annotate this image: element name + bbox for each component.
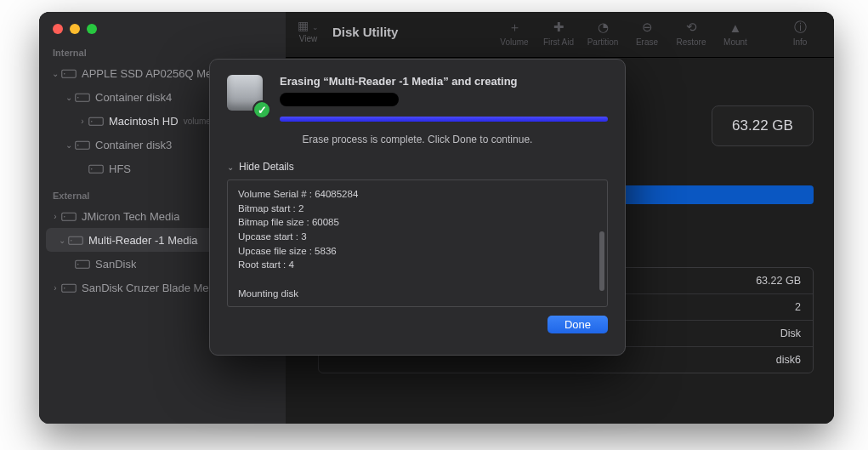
disk-icon [75, 139, 90, 151]
disk-icon [75, 91, 90, 103]
svg-point-5 [91, 121, 93, 122]
view-label: View [299, 34, 318, 43]
zoom-window-button[interactable] [87, 24, 97, 34]
info-value: 63.22 GB [756, 275, 801, 287]
toolbar-button-label: Restore [676, 37, 706, 47]
traffic-lights [39, 20, 286, 46]
drive-icon: ✓ [227, 75, 268, 116]
scrollbar-thumb[interactable] [599, 231, 604, 291]
log-line: Bitmap file size : 60085 [238, 215, 597, 230]
toolbar-erase-button[interactable]: ⊖Erase [625, 19, 669, 47]
toolbar-button-label: Info [793, 37, 808, 47]
chevron-down-icon: ⌄ [63, 93, 75, 102]
sidebar-item-label: HFS [109, 162, 131, 175]
modal-title: Erasing “Multi-Reader -1 Media” and crea… [280, 75, 608, 88]
chevron-down-icon: ⌄ [56, 236, 68, 245]
volume-icon: ＋ [508, 19, 521, 36]
redacted-subtitle [280, 93, 399, 106]
log-line: Volume Serial # : 64085284 [238, 187, 597, 202]
chevron-down-icon: ⌄ [227, 162, 234, 172]
details-log: Volume Serial # : 64085284Bitmap start :… [227, 179, 608, 307]
svg-point-13 [71, 240, 72, 242]
toolbar-info-button[interactable]: ⓘInfo [778, 19, 822, 47]
disk-icon [68, 234, 83, 246]
chevron-right-icon: › [49, 212, 61, 221]
sidebar-item-label: Multi-Reader -1 Media [88, 234, 198, 247]
log-line: Upcase start : 3 [238, 230, 597, 244]
progress-bar [280, 117, 608, 122]
restore-icon: ⟲ [686, 19, 697, 36]
sidebar-item-label: SanDisk Cruzer Blade Media [82, 282, 224, 294]
disk-icon [75, 258, 90, 270]
disk-icon [88, 162, 104, 174]
sidebar-item-label: SanDisk [95, 258, 136, 271]
firstaid-icon: ✚ [553, 19, 564, 36]
chevron-down-icon: ⌄ [49, 69, 61, 78]
success-checkmark-icon: ✓ [252, 100, 271, 119]
info-value: Disk [780, 328, 801, 339]
erase-icon: ⊖ [642, 19, 653, 36]
partition-icon: ◔ [598, 19, 609, 36]
info-value: 2 [795, 301, 801, 313]
log-line: Upcase file size : 5836 [238, 244, 597, 259]
sidebar-item-label: Container disk3 [95, 139, 172, 151]
capacity-box: 63.22 GB [712, 105, 814, 146]
chevron-right-icon: › [77, 117, 88, 126]
sidebar-item-label: Macintosh HD [109, 115, 179, 128]
svg-point-7 [77, 145, 79, 146]
done-button[interactable]: Done [547, 316, 608, 333]
disk-icon [61, 67, 77, 79]
toolbar-button-label: Partition [587, 37, 619, 47]
sidebar-item-label: JMicron Tech Media [82, 210, 179, 223]
svg-point-15 [77, 264, 79, 265]
window-title: Disk Utility [332, 25, 399, 39]
svg-point-11 [64, 216, 65, 218]
toolbar-volume-button[interactable]: ＋Volume [492, 19, 536, 47]
erase-modal: ✓ Erasing “Multi-Reader -1 Media” and cr… [209, 59, 626, 356]
toolbar-mount-button[interactable]: ▲Mount [713, 19, 757, 47]
close-window-button[interactable] [53, 24, 63, 34]
svg-point-3 [77, 97, 79, 99]
log-line: Mounting disk [238, 287, 597, 301]
disk-icon [88, 115, 104, 127]
toolbar-button-label: Erase [636, 37, 658, 47]
toolbar-button-label: First Aid [543, 37, 574, 47]
info-icon: ⓘ [794, 19, 807, 36]
details-toggle[interactable]: ⌄ Hide Details [227, 161, 608, 173]
toolbar-button-label: Volume [500, 37, 528, 47]
toolbar-button-label: Mount [723, 37, 747, 47]
svg-point-9 [91, 168, 93, 170]
log-line [238, 300, 597, 307]
minimize-window-button[interactable] [70, 24, 80, 34]
disk-icon [61, 210, 77, 222]
log-line: Root start : 4 [238, 258, 597, 272]
chevron-right-icon: › [49, 283, 61, 293]
toolbar: ▦ ⌄ View Disk Utility ＋Volume✚First Aid◔… [286, 12, 834, 58]
modal-message: Erase process is complete. Click Done to… [227, 134, 608, 145]
toolbar-firstaid-button[interactable]: ✚First Aid [536, 19, 581, 47]
toolbar-partition-button[interactable]: ◔Partition [581, 19, 625, 47]
svg-point-1 [64, 73, 65, 75]
chevron-down-icon: ⌄ [63, 140, 75, 150]
log-line: Bitmap start : 2 [238, 202, 597, 216]
sidebar-item-label: Container disk4 [95, 91, 172, 104]
toolbar-restore-button[interactable]: ⟲Restore [669, 19, 713, 47]
mount-icon: ▲ [729, 19, 742, 36]
info-value: disk6 [776, 354, 801, 366]
log-line [238, 272, 597, 287]
sidebar-item-label: APPLE SSD AP0256Q Media [82, 67, 227, 80]
view-menu-button[interactable]: ▦ ⌄ View [298, 19, 319, 43]
disk-icon [61, 282, 77, 293]
svg-point-17 [64, 288, 65, 289]
